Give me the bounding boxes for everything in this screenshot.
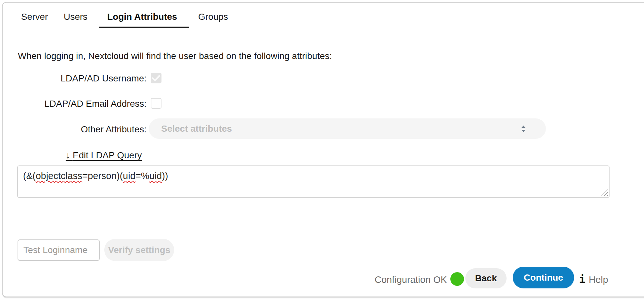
edit-ldap-query-label: Edit LDAP Query <box>73 150 142 160</box>
edit-ldap-query-link[interactable]: ↓ Edit LDAP Query <box>66 150 142 161</box>
other-attributes-select[interactable]: Select attributes <box>149 118 546 139</box>
info-icon: i <box>579 273 586 285</box>
configuration-status-text: Configuration OK <box>375 274 447 285</box>
email-checkbox[interactable] <box>151 98 161 109</box>
verify-settings-button: Verify settings <box>104 239 174 261</box>
page-title: When logging in, Nextcloud will find the… <box>18 51 332 61</box>
tab-login-attributes[interactable]: Login Attributes <box>107 12 177 22</box>
help-link[interactable]: iHelp <box>579 273 608 285</box>
help-label: Help <box>589 274 608 285</box>
other-attributes-label: Other Attributes: <box>3 124 147 135</box>
test-loginname-input[interactable] <box>18 239 100 261</box>
status-ok-dot-icon <box>450 272 464 286</box>
tab-groups[interactable]: Groups <box>198 12 228 22</box>
wizard-panel: Server Users Login Attributes Groups Whe… <box>2 2 644 297</box>
username-label: LDAP/AD Username: <box>3 73 147 84</box>
back-button[interactable]: Back <box>465 268 507 288</box>
continue-button[interactable]: Continue <box>513 267 574 288</box>
select-placeholder: Select attributes <box>161 118 232 139</box>
select-arrows-icon <box>520 125 527 134</box>
textarea-resize-grip[interactable] <box>601 189 608 196</box>
tab-server[interactable]: Server <box>21 12 48 22</box>
down-arrow-icon: ↓ <box>66 150 70 160</box>
tab-users[interactable]: Users <box>64 12 87 22</box>
active-tab-underline <box>99 27 189 28</box>
username-checkbox <box>151 73 161 83</box>
email-label: LDAP/AD Email Address: <box>3 99 147 109</box>
ldap-query-text: (&(objectclass=person)(uid=%uid)) <box>23 171 168 181</box>
ldap-query-textarea[interactable]: (&(objectclass=person)(uid=%uid)) <box>17 165 610 198</box>
